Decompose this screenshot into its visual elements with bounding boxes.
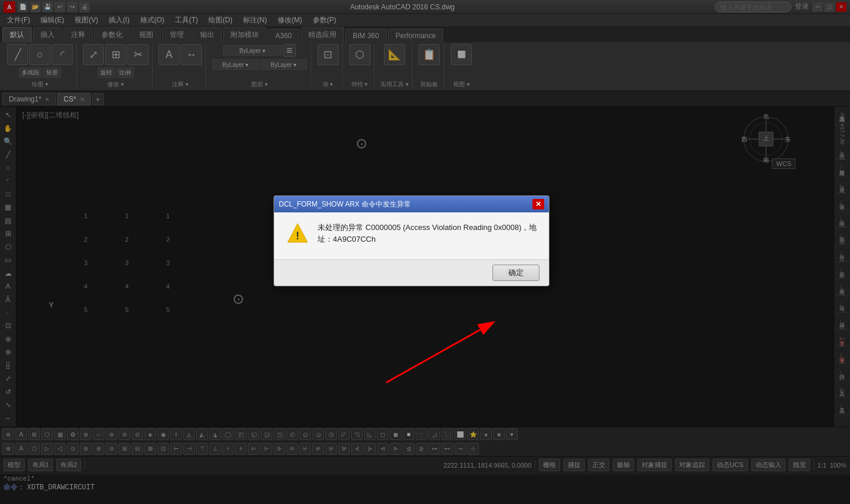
dialog-title: DCL_FORM_SHOW ARX 命令中发生异常 [279, 199, 411, 209]
dialog-message: 未处理的异常 C0000005 (Access Violation Readin… [318, 222, 537, 245]
dialog-body: ! 未处理的异常 C0000005 (Access Violation Read… [274, 212, 549, 259]
svg-text:!: ! [296, 230, 299, 242]
dialog-titlebar: DCL_FORM_SHOW ARX 命令中发生异常 ✕ [274, 196, 549, 212]
ok-button[interactable]: 确定 [493, 265, 539, 281]
warning-icon: ! [286, 222, 309, 245]
modal-overlay: DCL_FORM_SHOW ARX 命令中发生异常 ✕ ! 未处理的异常 C00… [0, 0, 850, 504]
dialog-close-button[interactable]: ✕ [532, 199, 544, 209]
warning-triangle-svg: ! [286, 222, 309, 245]
error-dialog: DCL_FORM_SHOW ARX 命令中发生异常 ✕ ! 未处理的异常 C00… [274, 195, 549, 286]
dialog-footer: 确定 [274, 259, 549, 286]
